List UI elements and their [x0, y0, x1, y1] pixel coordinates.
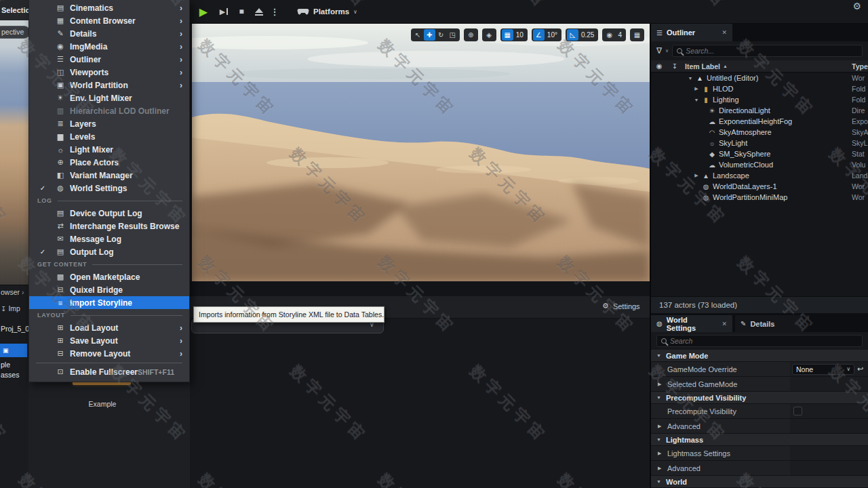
perspective-dropdown[interactable]: pective [0, 26, 31, 39]
menu-item[interactable]: ⊞ Load Layout › [29, 321, 189, 334]
outliner-row[interactable]: ▼ ▲ Untitled (Editor) Wor [651, 73, 868, 83]
menu-item[interactable]: ▣ World Partition › [29, 79, 189, 92]
import-button[interactable]: ↧ Imp [1, 304, 20, 312]
menu-item[interactable]: ☰ Outliner › [29, 53, 189, 66]
menu-item[interactable]: ⊞ Save Layout › [29, 334, 189, 347]
menu-item[interactable]: ≣ Layers [29, 117, 189, 130]
stop-button[interactable]: ■ [233, 3, 250, 20]
tree-item[interactable]: asses [1, 371, 19, 379]
menu-item[interactable]: ◉ ImgMedia › [29, 40, 189, 53]
menu-item[interactable]: ◫ Viewports › [29, 66, 189, 79]
rotation-snap-value[interactable]: 10° [545, 31, 560, 39]
settings-row[interactable]: GameMode Override None∨ ↩ [651, 362, 868, 377]
expander-icon[interactable]: ▼ [686, 76, 694, 81]
menu-item[interactable]: ▦ Content Browser › [29, 14, 189, 27]
grid-snap-icon[interactable]: ▦ [502, 29, 513, 41]
kebab-menu-icon[interactable]: ⋮ [270, 3, 279, 20]
maximize-viewport-icon[interactable]: ▦ [631, 29, 643, 41]
menu-item[interactable]: ✓ ▤ Output Log [29, 245, 189, 258]
outliner-row[interactable]: ☁ ExponentialHeightFog Expo [651, 116, 868, 127]
world-settings-search[interactable] [656, 335, 863, 347]
pin-icon[interactable]: ↧ [667, 62, 682, 70]
outliner-row[interactable]: ◆ SM_SkySphere Stat [651, 148, 868, 159]
selection-mode-dropdown[interactable]: Selectio [0, 0, 28, 20]
settings-row[interactable]: ▶ Lightmass Settings [651, 446, 868, 461]
menu-item[interactable]: ▥ Hierarchical LOD Outliner [29, 104, 189, 117]
scale-snap-value[interactable]: 0.25 [578, 31, 597, 39]
settings-row[interactable]: ▼ Lightmass [651, 434, 868, 446]
menu-item[interactable]: ⊟ Remove Layout › [29, 347, 189, 360]
menu-item[interactable]: ☼ Light Mixer [29, 143, 189, 156]
drawer-settings-button[interactable]: ⚙ Settings [602, 302, 640, 310]
outliner-row[interactable]: ▶ ▲ Landscape Land [651, 170, 868, 181]
eject-button[interactable] [251, 3, 267, 20]
expander-icon[interactable]: ▶ [658, 424, 663, 429]
menu-item[interactable]: ⊟ Quixel Bridge [29, 283, 189, 296]
menu-item[interactable]: ▆ Levels [29, 130, 189, 143]
checkbox[interactable] [793, 407, 802, 415]
tab-outliner[interactable]: ☰ Outliner ✕ [651, 24, 732, 41]
outliner-row[interactable]: ▶ ▮ HLOD Fold [651, 83, 868, 94]
camera-speed-icon[interactable]: ◉ [604, 29, 615, 41]
rotation-snap-icon[interactable]: ∠ [533, 29, 545, 41]
select-tool-icon[interactable]: ↖ [412, 29, 424, 41]
expander-icon[interactable]: ▶ [658, 466, 663, 471]
surface-snap-icon[interactable]: ◈ [484, 29, 495, 41]
outliner-row[interactable]: ☀ DirectionalLight Dire [651, 105, 868, 116]
settings-row[interactable]: ▶ Selected GameMode [651, 377, 868, 392]
menu-item[interactable]: ▤ Cinematics › [29, 1, 189, 14]
expander-icon[interactable]: ▼ [656, 353, 662, 358]
column-type[interactable]: Type [852, 62, 868, 70]
column-item-label[interactable]: Item Label [685, 62, 720, 70]
menu-item[interactable]: ✉ Message Log [29, 232, 189, 245]
close-icon[interactable]: ✕ [722, 29, 727, 36]
tab-details[interactable]: ✎ Details [735, 315, 803, 332]
outliner-row[interactable]: ◍ WorldPartitionMiniMap Wor [651, 192, 868, 203]
viewport[interactable]: ↖ ✚ ↻ ◳ ⊕ ◈ ▦ 10 ∠ 10° ◺ 0.25 ◉ 4 [192, 24, 650, 281]
rotate-tool-icon[interactable]: ↻ [435, 29, 447, 41]
world-coordinate-icon[interactable]: ⊕ [465, 29, 477, 41]
tree-item[interactable]: ple [1, 361, 10, 369]
outliner-row[interactable]: ◍ WorldDataLayers-1 Wor [651, 181, 868, 192]
outliner-search[interactable] [672, 45, 863, 57]
play-button[interactable]: ▶ [195, 3, 212, 20]
filter-icon[interactable]: ∇ [656, 46, 662, 56]
platforms-dropdown[interactable]: Platforms ∨ [297, 3, 357, 20]
menu-item[interactable]: ⊕ Place Actors [29, 156, 189, 169]
menu-item[interactable]: ✎ Details › [29, 27, 189, 40]
menu-item[interactable]: ◧ Variant Manager [29, 169, 189, 182]
settings-row[interactable]: ▼ Precomputed Visibility [651, 392, 868, 404]
outliner-row[interactable]: ☼ SkyLight SkyL [651, 138, 868, 148]
expander-icon[interactable]: ▶ [658, 382, 663, 387]
outliner-search-input[interactable] [686, 47, 858, 55]
toolbar-settings-icon[interactable]: ⚙ [852, 1, 861, 12]
outliner-row[interactable]: ◠ SkyAtmosphere SkyA [651, 127, 868, 138]
settings-row[interactable]: ▶ Advanced [651, 419, 868, 434]
expander-icon[interactable]: ▶ [692, 86, 701, 92]
menu-item[interactable]: ✓ ◍ World Settings [29, 182, 189, 195]
eye-icon[interactable]: ◉ [651, 62, 667, 70]
skip-frame-button[interactable]: ▶ [216, 3, 232, 20]
settings-row[interactable]: Precompute Visibility [651, 404, 868, 419]
menu-item[interactable]: ▤ Device Output Log [29, 207, 189, 220]
content-item-example[interactable]: Example [75, 400, 130, 408]
project-label[interactable]: Proj_5_0 [1, 325, 29, 333]
selected-tree-item[interactable]: ▣ [0, 344, 27, 357]
scale-snap-icon[interactable]: ◺ [567, 29, 578, 41]
settings-row[interactable]: ▶ Advanced [651, 461, 868, 476]
world-settings-search-input[interactable] [670, 337, 858, 345]
settings-row[interactable]: ▼ World [651, 476, 868, 488]
menu-item[interactable]: ≡ Import Storyline [29, 296, 189, 309]
expander-icon[interactable]: ▼ [656, 479, 662, 484]
expander-icon[interactable]: ▶ [658, 451, 663, 456]
expander-icon[interactable]: ▼ [656, 395, 662, 400]
gamemode-override-dropdown[interactable]: None∨ [792, 364, 854, 375]
menu-item[interactable]: ⇄ Interchange Results Browser [29, 220, 189, 232]
menu-item[interactable]: ▩ Open Marketplace [29, 270, 189, 283]
reset-to-default-icon[interactable]: ↩ [857, 365, 863, 373]
menu-item[interactable]: ☀ Env. Light Mixer [29, 92, 189, 104]
settings-row[interactable]: ▼ Game Mode [651, 350, 868, 362]
browser-header[interactable]: owser› [1, 288, 24, 296]
expander-icon[interactable]: ▶ [692, 173, 701, 178]
camera-speed-value[interactable]: 4 [615, 31, 625, 39]
